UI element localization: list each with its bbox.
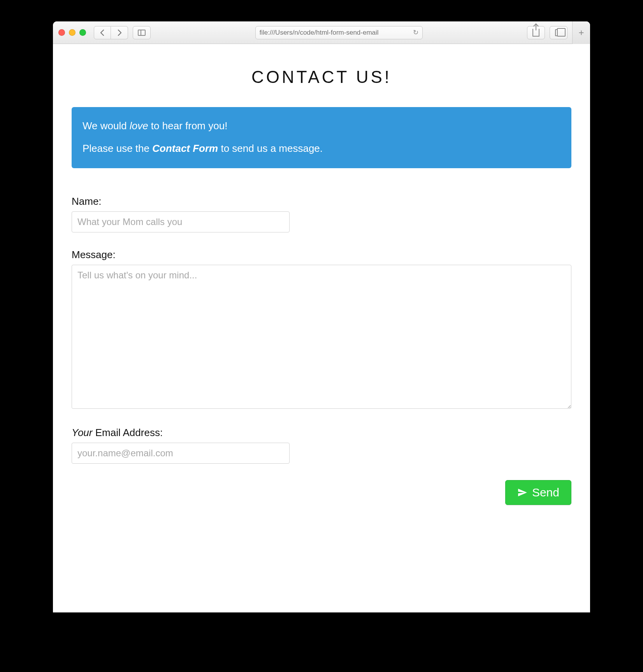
back-button[interactable] [94, 26, 111, 39]
info-banner: We would love to hear from you! Please u… [72, 107, 571, 168]
message-label: Message: [72, 249, 571, 261]
name-field: Name: [72, 195, 571, 232]
tabs-button[interactable] [550, 26, 567, 39]
email-field: Your Email Address: [72, 427, 571, 464]
banner-line-2: Please use the Contact Form to send us a… [83, 141, 560, 156]
chevron-right-icon [117, 30, 122, 36]
paper-plane-icon [517, 487, 527, 498]
form-actions: Send [72, 480, 571, 505]
window-controls [58, 29, 86, 36]
forward-button[interactable] [111, 26, 128, 39]
close-window-button[interactable] [58, 29, 65, 36]
email-label-em: Your [72, 427, 93, 438]
browser-toolbar: file:///Users/n/code/html-form-send-emai… [53, 21, 590, 44]
new-tab-button[interactable]: + [572, 21, 590, 44]
banner-text: We would [83, 120, 130, 132]
toolbar-right: + [527, 26, 585, 39]
name-label: Name: [72, 195, 571, 208]
email-input[interactable] [72, 443, 290, 464]
banner-strong: Contact Form [152, 142, 218, 154]
send-button[interactable]: Send [505, 480, 571, 505]
send-button-label: Send [532, 486, 559, 499]
address-bar-wrap: file:///Users/n/code/html-form-send-emai… [155, 26, 522, 39]
page-content: CONTACT US! We would love to hear from y… [53, 44, 590, 612]
browser-window: file:///Users/n/code/html-form-send-emai… [53, 21, 590, 612]
reload-icon[interactable]: ↻ [413, 28, 418, 37]
banner-line-1: We would love to hear from you! [83, 118, 560, 134]
sidebar-toggle-button[interactable] [133, 26, 151, 39]
message-input[interactable] [72, 265, 571, 409]
minimize-window-button[interactable] [69, 29, 76, 36]
nav-buttons [94, 26, 128, 39]
banner-text: to hear from you! [148, 120, 228, 132]
banner-text: to send us a message. [218, 142, 323, 154]
tabs-icon [555, 29, 562, 36]
message-field: Message: [72, 249, 571, 410]
email-label-text: Email Address: [93, 427, 163, 438]
sidebar-icon [138, 30, 146, 36]
name-input[interactable] [72, 211, 290, 232]
email-label: Your Email Address: [72, 427, 571, 439]
url-text: file:///Users/n/code/html-form-send-emai… [260, 29, 411, 37]
banner-text: Please use the [83, 142, 152, 154]
page-title: CONTACT US! [72, 67, 571, 87]
banner-em: love [130, 120, 148, 132]
fullscreen-window-button[interactable] [79, 29, 86, 36]
address-bar[interactable]: file:///Users/n/code/html-form-send-emai… [255, 26, 423, 39]
share-icon [532, 29, 539, 37]
share-button[interactable] [527, 26, 545, 39]
chevron-left-icon [100, 30, 105, 36]
